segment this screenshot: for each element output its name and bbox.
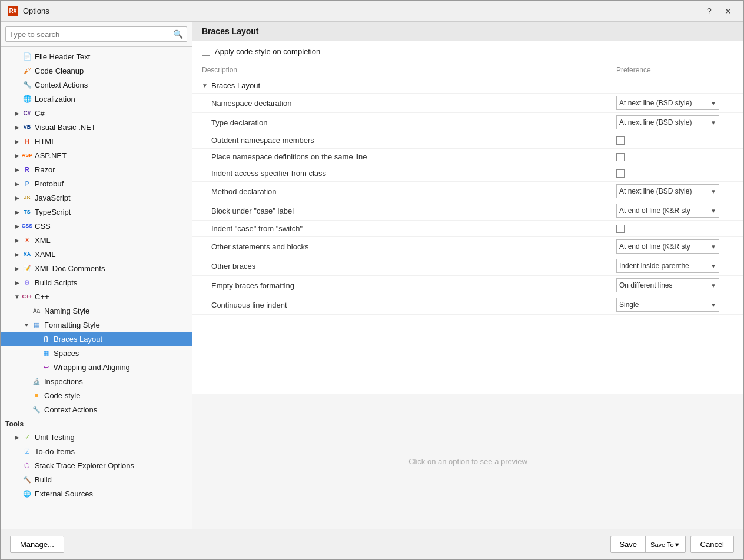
setting-row-method-decl[interactable]: Method declaration At next line (BSD sty… (192, 182, 743, 201)
sidebar-item-unit-testing[interactable]: ▶ ✓ Unit Testing (1, 430, 192, 444)
sidebar-item-cpp-context-actions[interactable]: 🔧 Context Actions (1, 402, 192, 416)
setting-control: At end of line (K&R sty ▼ (616, 204, 734, 218)
html-toggle[interactable]: ▶ (12, 136, 22, 146)
setting-row-indent-access[interactable]: Indent access specifier from class (192, 165, 743, 182)
sidebar-item-spaces[interactable]: ▦ Spaces (1, 346, 192, 360)
sidebar-item-xml-doc[interactable]: ▶ 📝 XML Doc Comments (1, 261, 192, 275)
sidebar-item-xml[interactable]: ▶ X XML (1, 233, 192, 247)
sidebar-item-external-sources[interactable]: 🌐 External Sources (1, 486, 192, 501)
sidebar-item-stack-trace[interactable]: ⬡ Stack Trace Explorer Options (1, 458, 192, 472)
setting-row-block-case[interactable]: Block under "case" label At end of line … (192, 201, 743, 221)
sidebar-item-label: TypeScript (35, 208, 71, 216)
sidebar-item-build-scripts[interactable]: ▶ ⚙ Build Scripts (1, 275, 192, 289)
setting-row-continuous-indent[interactable]: Continuous line indent Single ▼ (192, 295, 743, 315)
sidebar-item-label: Visual Basic .NET (35, 123, 96, 132)
panel-body: Apply code style on completion Descripti… (192, 41, 743, 529)
xml-toggle[interactable]: ▶ (12, 235, 22, 245)
asp-icon: ASP (22, 150, 32, 161)
build-toggle[interactable]: ▶ (12, 278, 22, 287)
setting-row-place-ns-same[interactable]: Place namespace definitions on the same … (192, 149, 743, 165)
wrapping-icon: ↩ (41, 362, 51, 372)
sidebar-item-file-header[interactable]: 📄 File Header Text (1, 49, 192, 64)
dropdown-value: Indent inside parenthe (619, 262, 710, 270)
sidebar-item-vb-net[interactable]: ▶ VB Visual Basic .NET (1, 120, 192, 134)
block-case-dropdown[interactable]: At end of line (K&R sty ▼ (616, 204, 719, 218)
sidebar-item-protobuf[interactable]: ▶ P Protobuf (1, 176, 192, 191)
sidebar-item-xaml[interactable]: ▶ XA XAML (1, 247, 192, 261)
sidebar-item-typescript[interactable]: ▶ TS TypeScript (1, 205, 192, 219)
sidebar-item-localization[interactable]: 🌐 Localization (1, 92, 192, 106)
setting-row-other-braces[interactable]: Other braces Indent inside parenthe ▼ (192, 256, 743, 276)
sidebar-item-csharp[interactable]: ▶ C# C# (1, 106, 192, 120)
sidebar-item-wrapping[interactable]: ↩ Wrapping and Aligning (1, 360, 192, 374)
other-braces-dropdown[interactable]: Indent inside parenthe ▼ (616, 259, 719, 273)
setting-control (616, 225, 734, 233)
save-button[interactable]: Save (611, 536, 646, 552)
sidebar-item-inspections[interactable]: 🔬 Inspections (1, 374, 192, 388)
place-ns-same-checkbox[interactable] (616, 153, 625, 161)
toggle-placeholder (22, 391, 31, 400)
vb-toggle[interactable]: ▶ (12, 122, 22, 132)
sidebar-item-razor[interactable]: ▶ R Razor (1, 162, 192, 176)
indent-access-checkbox[interactable] (616, 169, 625, 178)
help-button[interactable]: ? (701, 3, 718, 19)
formatting-toggle[interactable]: ▼ (22, 320, 31, 329)
sidebar-item-asp-net[interactable]: ▶ ASP ASP.NET (1, 148, 192, 162)
sidebar-item-build[interactable]: 🔨 Build (1, 472, 192, 486)
save-to-arrow-icon: ▼ (674, 541, 680, 548)
xaml-toggle[interactable]: ▶ (12, 249, 22, 259)
setting-row-outdent-ns[interactable]: Outdent namespace members (192, 132, 743, 149)
sidebar-item-todo-items[interactable]: ☑ To-do Items (1, 444, 192, 458)
css-toggle[interactable]: ▶ (12, 221, 22, 231)
sidebar-item-naming-style[interactable]: Aa Naming Style (1, 304, 192, 318)
ts-toggle[interactable]: ▶ (12, 207, 22, 216)
setting-row-namespace-decl[interactable]: Namespace declaration At next line (BSD … (192, 94, 743, 113)
sidebar-item-javascript[interactable]: ▶ JS JavaScript (1, 191, 192, 205)
sidebar-item-context-actions[interactable]: 🔧 Context Actions (1, 78, 192, 92)
sidebar-item-cpp[interactable]: ▼ C++ C++ (1, 289, 192, 304)
empty-braces-dropdown[interactable]: On different lines ▼ (616, 278, 719, 292)
setting-row-type-decl[interactable]: Type declaration At next line (BSD style… (192, 113, 743, 132)
js-toggle[interactable]: ▶ (12, 193, 22, 202)
tree-container[interactable]: 📄 File Header Text 🖌 Code Cleanup 🔧 Cont… (1, 47, 192, 529)
search-input-wrap[interactable]: 🔍 (5, 26, 187, 42)
outdent-ns-checkbox[interactable] (616, 136, 625, 145)
csharp-toggle[interactable]: ▶ (12, 108, 22, 118)
xml-doc-toggle[interactable]: ▶ (12, 264, 22, 273)
sidebar-item-braces-layout[interactable]: {} Braces Layout (1, 332, 192, 346)
sidebar-item-css[interactable]: ▶ CSS CSS (1, 219, 192, 233)
proto-toggle[interactable]: ▶ (12, 179, 22, 188)
toggle-placeholder (31, 362, 41, 372)
indent-case-checkbox[interactable] (616, 225, 625, 233)
manage-button[interactable]: Manage... (10, 536, 64, 553)
sidebar-item-label: External Sources (35, 489, 93, 498)
close-button[interactable]: ✕ (720, 3, 736, 19)
sidebar-item-html[interactable]: ▶ H HTML (1, 134, 192, 148)
type-decl-dropdown[interactable]: At next line (BSD style) ▼ (616, 115, 719, 129)
sidebar-item-label: Context Actions (35, 81, 88, 89)
sidebar-item-formatting-style[interactable]: ▼ ▦ Formatting Style (1, 318, 192, 332)
html-icon: H (22, 136, 32, 146)
method-decl-dropdown[interactable]: At next line (BSD style) ▼ (616, 184, 719, 198)
setting-row-empty-braces[interactable]: Empty braces formatting On different lin… (192, 276, 743, 295)
sidebar-item-code-style[interactable]: ≡ Code style (1, 388, 192, 402)
save-to-dropdown-button[interactable]: Save To ▼ (646, 536, 685, 552)
asp-toggle[interactable]: ▶ (12, 151, 22, 160)
cpp-toggle[interactable]: ▼ (12, 292, 22, 301)
braces-layout-section[interactable]: ▼ Braces Layout (192, 78, 743, 94)
search-input[interactable] (9, 30, 173, 39)
sidebar-item-label: Braces Layout (54, 335, 102, 344)
setting-row-indent-case[interactable]: Indent "case" from "switch" (192, 221, 743, 237)
cancel-button[interactable]: Cancel (690, 536, 734, 553)
setting-control: At end of line (K&R sty ▼ (616, 239, 734, 254)
unit-testing-toggle[interactable]: ▶ (12, 432, 22, 442)
continuous-indent-dropdown[interactable]: Single ▼ (616, 298, 719, 312)
setting-row-other-statements[interactable]: Other statements and blocks At end of li… (192, 237, 743, 256)
sidebar-item-code-cleanup[interactable]: 🖌 Code Cleanup (1, 64, 192, 78)
apply-code-style-checkbox[interactable] (202, 48, 210, 56)
csharp-icon: C# (22, 108, 32, 118)
razor-toggle[interactable]: ▶ (12, 165, 22, 174)
other-statements-dropdown[interactable]: At end of line (K&R sty ▼ (616, 239, 719, 254)
namespace-decl-dropdown[interactable]: At next line (BSD style) ▼ (616, 96, 719, 110)
toggle-placeholder (12, 52, 22, 61)
